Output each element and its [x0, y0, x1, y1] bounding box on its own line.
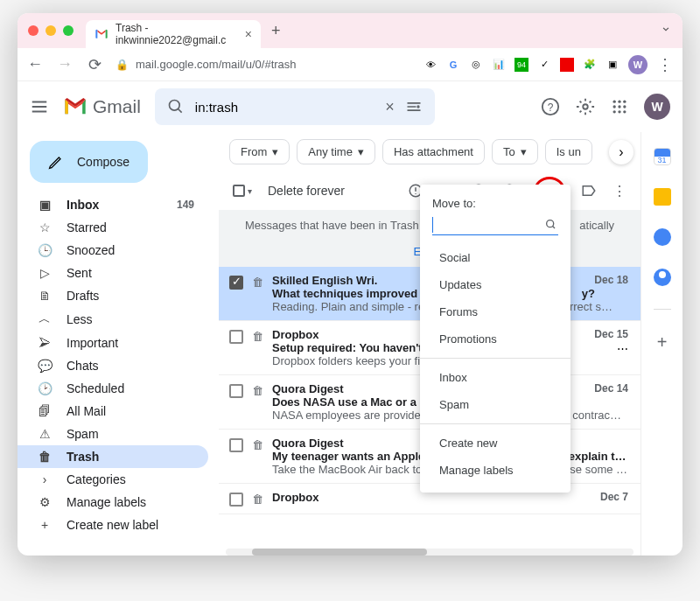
filter-is-unread[interactable]: Is un — [545, 139, 592, 164]
sidebar-categories[interactable]: ›Categories — [18, 468, 208, 491]
more-menu-icon[interactable]: ⋮ — [612, 183, 626, 199]
sidebar-scheduled[interactable]: 🕑Scheduled — [18, 377, 208, 400]
move-manage-labels[interactable]: Manage labels — [420, 457, 570, 484]
dropdown-icon: ▾ — [358, 145, 364, 158]
ext-check-icon[interactable]: ✓ — [537, 58, 551, 72]
calendar-app-icon[interactable]: 31 — [654, 148, 671, 165]
svg-point-10 — [623, 105, 626, 108]
tasks-app-icon[interactable] — [654, 228, 671, 246]
maximize-window-button[interactable] — [63, 25, 74, 36]
account-avatar[interactable]: W — [644, 94, 670, 120]
horizontal-scrollbar[interactable] — [226, 549, 634, 556]
compose-button[interactable]: Compose — [30, 141, 148, 183]
move-updates[interactable]: Updates — [420, 271, 570, 298]
sidebar-inbox[interactable]: ▣Inbox149 — [18, 193, 208, 216]
ext-green-icon[interactable]: 94 — [514, 58, 528, 72]
labels-icon[interactable] — [581, 183, 597, 199]
search-box[interactable]: × — [155, 88, 435, 125]
app-header: Gmail × ? W — [18, 81, 682, 132]
sidebar-create-label[interactable]: +Create new label — [18, 514, 208, 536]
back-button[interactable]: ← — [26, 55, 44, 73]
sidebar-important[interactable]: ⮚Important — [18, 332, 208, 354]
move-to-menu: Move to: Social Updates Forums Promotion… — [420, 185, 570, 493]
browser-tab[interactable]: Trash - inkwinnie2022@gmail.c × — [86, 20, 261, 48]
message-snippet: NASA employees are provided — [272, 409, 427, 422]
message-checkbox[interactable] — [229, 330, 243, 344]
sidebar-trash[interactable]: 🗑Trash — [18, 445, 208, 468]
message-checkbox[interactable] — [229, 493, 243, 507]
sidebar-label: Important — [66, 336, 118, 350]
close-window-button[interactable] — [28, 25, 38, 36]
delete-forever-button[interactable]: Delete forever — [268, 184, 345, 198]
sidebar-drafts[interactable]: 🗎Drafts — [18, 284, 208, 307]
move-social[interactable]: Social — [420, 244, 570, 271]
close-tab-icon[interactable]: × — [245, 27, 252, 41]
tabs-overflow-icon[interactable] — [660, 23, 672, 38]
ext-eye-icon[interactable]: 👁 — [424, 58, 438, 72]
gmail-favicon — [94, 27, 108, 41]
apps-grid-icon[interactable] — [611, 98, 628, 115]
settings-icon[interactable] — [576, 97, 595, 116]
svg-point-7 — [623, 101, 626, 103]
minimize-window-button[interactable] — [46, 25, 56, 36]
move-promotions[interactable]: Promotions — [420, 325, 570, 353]
gmail-logo[interactable]: Gmail — [63, 96, 141, 117]
plus-icon: + — [37, 518, 52, 532]
sidebar-label: Inbox — [66, 198, 99, 212]
add-panel-icon[interactable]: + — [657, 332, 668, 353]
contacts-app-icon[interactable] — [654, 269, 671, 286]
message-checkbox[interactable] — [229, 438, 243, 452]
url-field[interactable]: 🔒 mail.google.com/mail/u/0/#trash — [116, 58, 411, 71]
move-forums[interactable]: Forums — [420, 298, 570, 325]
keep-app-icon[interactable] — [654, 188, 671, 206]
sidebar-sent[interactable]: ▷Sent — [18, 262, 208, 284]
scroll-filters-right[interactable]: › — [609, 140, 634, 164]
dropdown-icon: ▾ — [272, 145, 278, 158]
reload-button[interactable]: ⟳ — [86, 55, 103, 74]
clock-icon: 🕒 — [37, 243, 52, 257]
ext-target-icon[interactable]: ◎ — [469, 58, 483, 72]
help-icon[interactable]: ? — [541, 97, 560, 116]
sidebar-spam[interactable]: ⚠Spam — [18, 423, 208, 445]
sidebar-snoozed[interactable]: 🕒Snoozed — [18, 239, 208, 262]
main: Compose ▣Inbox149 ☆Starred 🕒Snoozed ▷Sen… — [18, 132, 682, 556]
sidebar-label: Create new label — [66, 518, 158, 532]
message-checkbox[interactable] — [229, 384, 243, 398]
move-spam[interactable]: Spam — [420, 391, 570, 418]
profile-avatar[interactable]: W — [628, 55, 648, 74]
search-options-icon[interactable] — [405, 98, 423, 115]
ext-box-icon[interactable]: ▣ — [606, 58, 620, 72]
move-create-new[interactable]: Create new — [420, 430, 570, 457]
menu-divider — [420, 358, 570, 359]
message-checkbox[interactable] — [229, 276, 243, 290]
ext-google-icon[interactable]: G — [446, 58, 460, 72]
filter-to[interactable]: To▾ — [492, 139, 538, 164]
filter-any-time[interactable]: Any time▾ — [297, 139, 375, 164]
sidebar-less[interactable]: ︿Less — [18, 307, 208, 332]
sidebar-chats[interactable]: 💬Chats — [18, 354, 208, 377]
search-icon — [544, 218, 558, 232]
search-input[interactable] — [195, 100, 374, 115]
message-snippet-right: contrac… — [572, 409, 621, 422]
message-more-icon[interactable]: ⋯ — [617, 342, 628, 355]
sidebar-all-mail[interactable]: 🗐All Mail — [18, 400, 208, 423]
clear-search-icon[interactable]: × — [385, 98, 395, 116]
select-all-checkbox[interactable]: ▾ — [233, 185, 252, 197]
extensions-menu-icon[interactable]: 🧩 — [583, 58, 597, 72]
hamburger-icon[interactable] — [30, 97, 49, 116]
new-tab-button[interactable]: + — [271, 22, 281, 40]
sidebar-label: Chats — [66, 359, 99, 373]
move-search-input[interactable] — [432, 217, 444, 233]
filter-has-attachment[interactable]: Has attachment — [382, 139, 485, 164]
ext-red-icon[interactable] — [560, 58, 574, 72]
sidebar-manage-labels[interactable]: ⚙Manage labels — [18, 491, 208, 514]
ext-chart-icon[interactable]: 📊 — [492, 58, 506, 72]
browser-menu-icon[interactable]: ⋮ — [656, 55, 674, 74]
tab-title: Trash - inkwinnie2022@gmail.c — [116, 22, 238, 46]
message-subject: What techniques improved — [272, 287, 417, 300]
filter-from[interactable]: From▾ — [229, 139, 290, 164]
dropdown-icon: ▾ — [521, 145, 527, 158]
sidebar-starred[interactable]: ☆Starred — [18, 216, 208, 239]
move-search-row — [432, 217, 558, 235]
move-inbox[interactable]: Inbox — [420, 364, 570, 391]
